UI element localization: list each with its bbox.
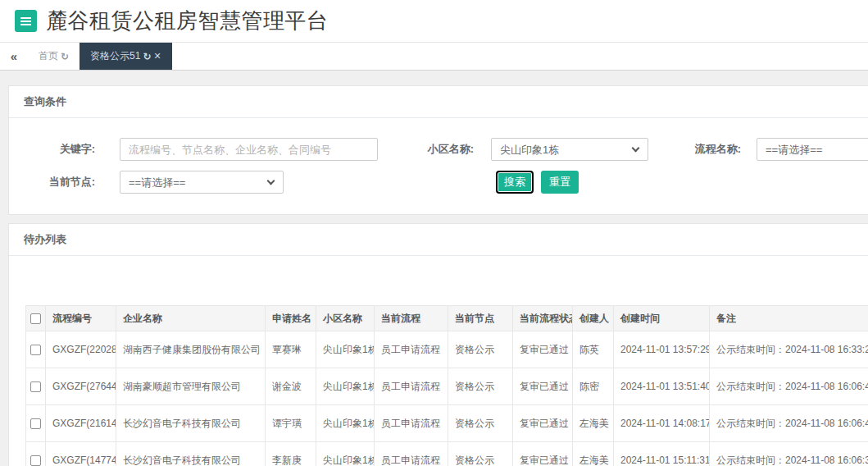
cell-remark: 公示结束时间：2024-11-08 16:06:42: [710, 405, 868, 442]
query-panel: 查询条件 关键字: 小区名称: 尖山印象1栋 流程名称: ==请选择== 当前节…: [8, 85, 868, 215]
page-content: 查询条件 关键字: 小区名称: 尖山印象1栋 流程名称: ==请选择== 当前节…: [0, 71, 868, 466]
row-checkbox[interactable]: [30, 455, 41, 466]
search-button[interactable]: 搜索: [496, 171, 534, 194]
app-title: 麓谷租赁公租房智慧管理平台: [46, 7, 329, 35]
menu-toggle-button[interactable]: [15, 10, 37, 32]
cell-company: 长沙幻音电子科技有限公司: [116, 405, 266, 442]
reset-button[interactable]: 重置: [541, 171, 579, 194]
tab-home[interactable]: 首页↻: [28, 43, 80, 70]
col-header-current-node: 当前节点: [448, 306, 513, 331]
cell-process-status: 复审已通过: [513, 405, 573, 442]
table-row: GXGZF(14774) 长沙幻音电子科技有限公司 李新庚 尖山印象1栋 员工申…: [26, 442, 868, 466]
col-header-applicant: 申请姓名: [266, 306, 316, 331]
todo-table: 流程编号 企业名称 申请姓名 小区名称 当前流程 当前节点 当前流程状态 创建人…: [25, 305, 868, 466]
cell-community: 尖山印象1栋: [316, 442, 375, 466]
cell-applicant: 谭宇璜: [266, 405, 316, 442]
todo-table-area: 流程编号 企业名称 申请姓名 小区名称 当前流程 当前节点 当前流程状态 创建人…: [9, 256, 868, 466]
cell-process-id: GXGZF(14774): [46, 442, 116, 466]
keyword-label: 关键字:: [25, 142, 120, 157]
refresh-icon[interactable]: ↻: [143, 51, 151, 62]
hamburger-icon: [20, 21, 31, 22]
cell-remark: 公示结束时间：2024-11-08 16:06:34: [710, 442, 868, 466]
cell-current-node: 资格公示: [448, 442, 513, 466]
tabs-collapse-button[interactable]: «: [0, 43, 28, 70]
col-header-created-time: 创建时间: [614, 306, 710, 331]
close-icon[interactable]: ✕: [153, 51, 161, 62]
todo-panel-title: 待办列表: [9, 224, 868, 256]
cell-community: 尖山印象1栋: [316, 405, 375, 442]
cell-current-node: 资格公示: [448, 368, 513, 405]
refresh-icon[interactable]: ↻: [61, 51, 69, 62]
cell-process-id: GXGZF(22028): [46, 331, 116, 368]
community-select-wrap: 尖山印象1栋: [491, 138, 648, 161]
cell-company: 长沙幻音电子科技有限公司: [116, 442, 266, 466]
col-header-community: 小区名称: [316, 306, 375, 331]
col-header-process-status: 当前流程状态: [513, 306, 573, 331]
tab-qualification-publicity[interactable]: 资格公示51↻✕: [80, 43, 172, 70]
cell-creator: 左海美: [573, 405, 614, 442]
query-form: 关键字: 小区名称: 尖山印象1栋 流程名称: ==请选择== 当前节点: ==…: [9, 118, 868, 214]
cell-created-time: 2024-11-01 13:51:40: [614, 368, 710, 405]
table-row: GXGZF(21614) 长沙幻音电子科技有限公司 谭宇璜 尖山印象1栋 员工申…: [26, 405, 868, 442]
row-checkbox[interactable]: [30, 418, 41, 429]
table-row: GXGZF(22028) 湖南西子健康集团股份有限公司 覃赛琳 尖山印象1栋 员…: [26, 331, 868, 368]
cell-current-process: 员工申请流程: [375, 405, 448, 442]
col-header-remark: 备注: [710, 306, 868, 331]
process-select-wrap: ==请选择==: [757, 138, 868, 161]
node-select-wrap: ==请选择==: [120, 171, 284, 194]
cell-created-time: 2024-11-01 15:11:31: [614, 442, 710, 466]
cell-applicant: 李新庚: [266, 442, 316, 466]
cell-current-process: 员工申请流程: [375, 368, 448, 405]
node-label: 当前节点:: [25, 175, 120, 190]
cell-process-id: GXGZF(21614): [46, 405, 116, 442]
cell-remark: 公示结束时间：2024-11-08 16:33:27: [710, 331, 868, 368]
cell-company: 湖南豪顺超市管理有限公司: [116, 368, 266, 405]
tab-home-label: 首页: [39, 49, 58, 63]
cell-process-status: 复审已通过: [513, 331, 573, 368]
keyword-input[interactable]: [120, 138, 378, 161]
cell-current-process: 员工申请流程: [375, 442, 448, 466]
query-panel-title: 查询条件: [9, 86, 868, 118]
todo-panel: 待办列表 流程编号 企业名称 申请姓名 小区名称 当前流程 当前: [8, 223, 868, 466]
cell-company: 湖南西子健康集团股份有限公司: [116, 331, 266, 368]
cell-current-node: 资格公示: [448, 331, 513, 368]
cell-current-node: 资格公示: [448, 405, 513, 442]
community-select[interactable]: 尖山印象1栋: [491, 138, 648, 161]
cell-community: 尖山印象1栋: [316, 368, 375, 405]
row-checkbox[interactable]: [30, 345, 41, 355]
table-header-row: 流程编号 企业名称 申请姓名 小区名称 当前流程 当前节点 当前流程状态 创建人…: [26, 306, 868, 331]
community-label: 小区名称:: [378, 142, 491, 157]
cell-remark: 公示结束时间：2024-11-08 16:06:48: [710, 368, 868, 405]
table-row: GXGZF(27644) 湖南豪顺超市管理有限公司 谢金波 尖山印象1栋 员工申…: [26, 368, 868, 405]
col-header-creator: 创建人: [573, 306, 614, 331]
cell-creator: 陈英: [573, 331, 614, 368]
cell-process-id: GXGZF(27644): [46, 368, 116, 405]
cell-process-status: 复审已通过: [513, 442, 573, 466]
process-label: 流程名称:: [648, 142, 757, 157]
node-select[interactable]: ==请选择==: [120, 171, 284, 194]
cell-applicant: 覃赛琳: [266, 331, 316, 368]
cell-created-time: 2024-11-01 13:57:29: [614, 331, 710, 368]
select-all-checkbox[interactable]: [30, 313, 41, 324]
col-header-process-id: 流程编号: [46, 306, 116, 331]
col-header-company: 企业名称: [116, 306, 266, 331]
double-chevron-left-icon: «: [11, 49, 17, 63]
tab-bar: « 首页↻ 资格公示51↻✕: [0, 43, 868, 71]
cell-creator: 陈密: [573, 368, 614, 405]
process-select[interactable]: ==请选择==: [757, 138, 868, 161]
cell-current-process: 员工申请流程: [375, 331, 448, 368]
cell-process-status: 复审已通过: [513, 368, 573, 405]
cell-applicant: 谢金波: [266, 368, 316, 405]
cell-creator: 左海美: [573, 442, 614, 466]
cell-community: 尖山印象1栋: [316, 331, 375, 368]
tab-active-label: 资格公示51: [90, 49, 140, 63]
col-header-current-process: 当前流程: [375, 306, 448, 331]
app-header: 麓谷租赁公租房智慧管理平台: [0, 0, 868, 43]
cell-created-time: 2024-11-01 14:08:17: [614, 405, 710, 442]
row-checkbox[interactable]: [30, 381, 41, 392]
